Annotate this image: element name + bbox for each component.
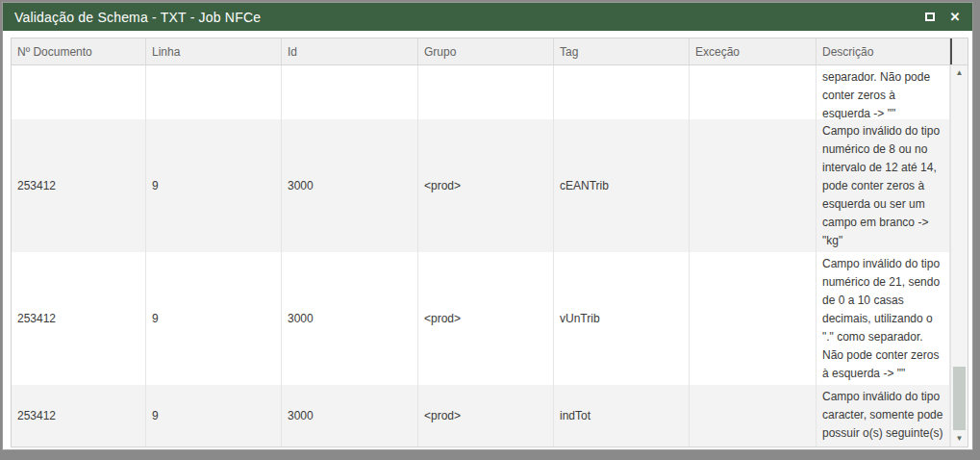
maximize-button[interactable] — [922, 10, 938, 25]
cell-id: 3000 — [282, 385, 418, 447]
cell-excecao — [690, 252, 817, 385]
cell-documento — [12, 65, 146, 119]
column-header-excecao[interactable]: Exceção — [690, 38, 817, 64]
table-row[interactable]: 253412 9 3000 <prod> cEANTrib Campo invá… — [12, 119, 967, 252]
cell-linha: 9 — [146, 252, 282, 385]
close-button[interactable]: ✕ — [947, 10, 963, 25]
cell-grupo: <prod> — [418, 385, 554, 447]
window-title: Validação de Schema - TXT - Job NFCe — [14, 10, 922, 25]
scroll-up-icon: ▲ — [956, 69, 964, 77]
cell-linha — [146, 65, 282, 119]
table-row[interactable]: 253412 9 3000 <prod> vUnTrib Campo invál… — [12, 252, 967, 385]
vertical-scrollbar[interactable]: ▲ ▼ — [950, 65, 967, 447]
cell-documento: 253412 — [12, 252, 146, 385]
scrollbar-thumb[interactable] — [953, 367, 966, 430]
cell-excecao — [690, 385, 817, 447]
column-header-id[interactable]: Id — [282, 38, 418, 64]
cell-linha: 9 — [146, 385, 282, 447]
scroll-down-button[interactable]: ▼ — [951, 431, 967, 447]
cell-descricao: Campo inválido do tipo numérico de 8 ou … — [817, 119, 950, 252]
cell-id — [282, 65, 418, 119]
column-header-linha[interactable]: Linha — [146, 38, 282, 64]
column-header-documento[interactable]: Nº Documento — [12, 38, 146, 64]
cell-linha: 9 — [146, 119, 282, 252]
cell-documento: 253412 — [12, 385, 146, 447]
schema-validation-grid: Nº Documento Linha Id Grupo Tag Exceção … — [11, 38, 968, 447]
scroll-up-button[interactable]: ▲ — [951, 65, 967, 81]
cell-grupo: <prod> — [418, 252, 554, 385]
close-icon: ✕ — [950, 11, 961, 23]
column-header-filler — [950, 38, 967, 64]
cell-descricao: separador. Não pode conter zeros à esque… — [817, 65, 950, 119]
cell-documento: 253412 — [12, 119, 146, 252]
cell-excecao — [690, 119, 817, 252]
cell-descricao: Campo inválido do tipo numérico de 21, s… — [817, 252, 950, 385]
cell-tag: cEANTrib — [554, 119, 690, 252]
cell-tag: indTot — [554, 385, 690, 447]
cell-tag: vUnTrib — [554, 252, 690, 385]
column-header-tag[interactable]: Tag — [554, 38, 690, 64]
column-header-grupo[interactable]: Grupo — [418, 38, 554, 64]
cell-descricao: Campo inválido do tipo caracter, somente… — [817, 385, 950, 447]
table-row[interactable]: 253412 9 3000 <prod> indTot Campo inváli… — [12, 385, 967, 447]
cell-excecao — [690, 65, 817, 119]
screen: { "window": { "title": "Validação de Sch… — [0, 0, 980, 460]
scroll-down-icon: ▼ — [956, 435, 964, 443]
table-row[interactable]: separador. Não pode conter zeros à esque… — [12, 65, 967, 119]
maximize-icon — [925, 13, 935, 21]
column-header-descricao[interactable]: Descrição — [817, 38, 950, 64]
cell-grupo — [418, 65, 554, 119]
grid-header-row: Nº Documento Linha Id Grupo Tag Exceção … — [12, 38, 967, 65]
cell-id: 3000 — [282, 119, 418, 252]
title-bar[interactable]: Validação de Schema - TXT - Job NFCe ✕ — [3, 3, 972, 31]
cell-id: 3000 — [282, 252, 418, 385]
grid-body: separador. Não pode conter zeros à esque… — [12, 65, 967, 447]
validation-window: Validação de Schema - TXT - Job NFCe ✕ N… — [2, 2, 973, 450]
cell-tag — [554, 65, 690, 119]
window-controls: ✕ — [922, 10, 963, 25]
cell-grupo: <prod> — [418, 119, 554, 252]
